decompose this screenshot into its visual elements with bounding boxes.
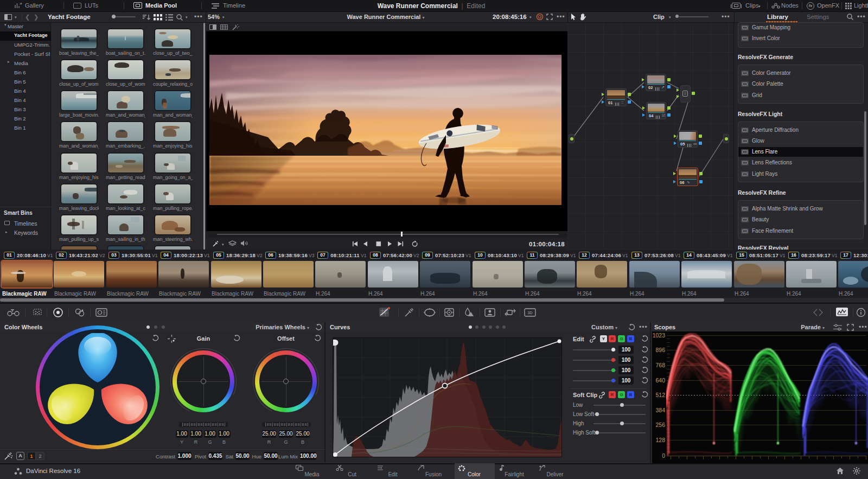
svg-text:3D: 3D bbox=[528, 311, 533, 315]
